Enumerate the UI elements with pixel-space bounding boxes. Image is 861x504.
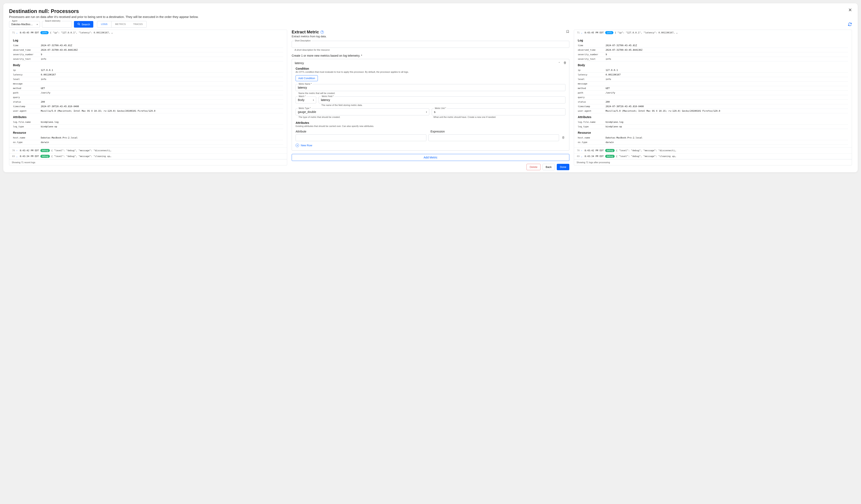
svg-line-1 bbox=[79, 25, 80, 25]
chevron-down-icon[interactable]: ⌄ bbox=[16, 31, 18, 34]
short-description-field[interactable]: Short Description bbox=[292, 41, 569, 48]
kv-row: query bbox=[13, 95, 283, 100]
plus-icon: + bbox=[296, 144, 299, 147]
kv-list-attr: log.file.namebindplane.loglog_typebindpl… bbox=[578, 120, 848, 129]
metric-field-input[interactable]: Metric Field * bbox=[319, 96, 565, 104]
modal-frame: ✕ Destination null: Processors Processor… bbox=[3, 3, 858, 172]
tab-metrics[interactable]: METRICS bbox=[111, 21, 129, 27]
page-title: Destination null: Processors bbox=[9, 8, 852, 14]
chevron-icon[interactable]: › bbox=[16, 149, 18, 152]
kv-row: status200 bbox=[13, 100, 283, 104]
kv-row: log_typebindplane-op bbox=[578, 124, 848, 129]
tab-logs[interactable]: LOGS bbox=[97, 21, 111, 27]
kv-row: time2024-07-31T00:43:45.81Z bbox=[13, 43, 283, 48]
search-button[interactable]: Search bbox=[74, 21, 93, 28]
help-icon[interactable]: ? bbox=[320, 30, 324, 34]
kv-row: log.file.namebindplane.log bbox=[13, 120, 283, 124]
chevron-icon[interactable]: ⌄ bbox=[16, 155, 18, 158]
close-icon[interactable]: ✕ bbox=[848, 8, 852, 12]
log-row-expanded[interactable]: 71 ⌄ 8:43:45 PM EDT info { "ip": "127.0.… bbox=[9, 30, 287, 36]
kv-row: log.file.namebindplane.log bbox=[578, 120, 848, 124]
agent-value: Dakotas-MacBook-Pro-2.... bbox=[11, 23, 33, 26]
chevron-icon[interactable]: › bbox=[581, 149, 583, 152]
expression-input[interactable] bbox=[428, 134, 559, 141]
search-label: Search telemetry bbox=[44, 20, 62, 22]
done-button[interactable]: Done bbox=[557, 164, 569, 170]
processor-form: Extract Metric ? Extract metrics from lo… bbox=[292, 30, 569, 170]
metric-unit-input[interactable]: Metric Unit * bbox=[432, 108, 565, 115]
agent-select[interactable]: Agent Dakotas-MacBook-Pro-2.... ▾ bbox=[9, 21, 40, 28]
kv-row: user-agentMozilla/5.0 (Macintosh; Intel … bbox=[13, 109, 283, 113]
kv-list-res: host.nameDakotas-MacBook-Pro-2.localos.t… bbox=[13, 136, 283, 145]
left-footer: Showing 71 recent logs bbox=[9, 159, 287, 165]
svg-point-0 bbox=[78, 23, 80, 25]
processor-sub: Extract metrics from log data. bbox=[292, 35, 569, 38]
kv-row: os.typedarwin bbox=[578, 140, 848, 145]
trash-icon[interactable] bbox=[561, 136, 565, 140]
log-details: Log time2024-07-31T00:43:45.81Zobserved_… bbox=[9, 36, 287, 148]
kv-row: log_typebindplane-op bbox=[13, 124, 283, 129]
tab-traces[interactable]: TRACES bbox=[129, 21, 147, 27]
add-condition-button[interactable]: Add Condition bbox=[296, 75, 318, 81]
trash-icon[interactable] bbox=[563, 61, 566, 65]
add-metric-button[interactable]: Add Metric bbox=[292, 154, 569, 161]
kv-list-body: ip127.0.0.1latency0.001196167levelinfome… bbox=[578, 68, 848, 113]
attribute-row bbox=[296, 134, 565, 141]
match-select[interactable]: Match * Body▾ bbox=[296, 96, 316, 104]
kv-row: methodGET bbox=[13, 86, 283, 91]
kv-row: observed_time2024-07-31T00:43:45.844136Z bbox=[13, 48, 283, 52]
kv-row: message bbox=[13, 82, 283, 86]
kv-row: levelinfo bbox=[13, 77, 283, 82]
kv-row: severity_textinfo bbox=[578, 57, 848, 62]
chevron-icon[interactable]: ⌄ bbox=[581, 155, 583, 158]
severity-badge: debug bbox=[40, 149, 50, 152]
logs-after-panel: 71 ⌄ 8:43:45 PM EDT info { "ip": "127.0.… bbox=[574, 30, 852, 165]
kv-row: ip127.0.0.1 bbox=[578, 68, 848, 72]
chevron-up-icon[interactable]: ⌃ bbox=[558, 62, 560, 65]
kv-row: path/verify bbox=[13, 91, 283, 95]
kv-row: methodGET bbox=[578, 86, 848, 91]
bookmark-icon[interactable] bbox=[566, 30, 569, 35]
kv-row: timestamp2024-07-30T20:43:45.810-0400 bbox=[578, 104, 848, 109]
metric-name-field[interactable]: Metric Name * bbox=[296, 84, 565, 91]
kv-row: status200 bbox=[578, 100, 848, 104]
log-details: Log time2024-07-31T00:43:45.81Zobserved_… bbox=[574, 36, 852, 148]
log-row[interactable]: 69⌄8:43:34 PM EDTdebug{ "level": "debug"… bbox=[574, 153, 852, 159]
create-metrics-label: Create 1 or more new metrics based on lo… bbox=[292, 54, 569, 57]
kv-list-attr: log.file.namebindplane.loglog_typebindpl… bbox=[13, 120, 283, 129]
logs-before-panel: 71 ⌄ 8:43:45 PM EDT info { "ip": "127.0.… bbox=[9, 30, 287, 165]
kv-list-res: host.nameDakotas-MacBook-Pro-2.localos.t… bbox=[578, 136, 848, 145]
back-button[interactable]: Back bbox=[543, 164, 555, 170]
new-row-button[interactable]: + New Row bbox=[296, 144, 565, 147]
log-row[interactable]: 69⌄8:43:34 PM EDTdebug{ "level": "debug"… bbox=[9, 153, 287, 159]
kv-list-body: ip127.0.0.1latency0.001196167levelinfome… bbox=[13, 68, 283, 113]
kv-row: time2024-07-31T00:43:45.81Z bbox=[578, 43, 848, 48]
kv-row: host.nameDakotas-MacBook-Pro-2.local bbox=[578, 136, 848, 140]
metric-type-select[interactable]: Metric Type * gauge_double▾ bbox=[296, 108, 429, 115]
kv-row: message bbox=[578, 82, 848, 86]
log-row-list: 70›8:43:42 PM EDTdebug{ "level": "debug"… bbox=[9, 148, 287, 159]
kv-row: severity_textinfo bbox=[13, 57, 283, 62]
log-row-expanded[interactable]: 71 ⌄ 8:43:45 PM EDT info { "ip": "127.0.… bbox=[574, 30, 852, 36]
log-row[interactable]: 70›8:43:42 PM EDTdebug{ "level": "debug"… bbox=[574, 148, 852, 153]
kv-row: latency0.001196167 bbox=[578, 72, 848, 77]
kv-row: os.typedarwin bbox=[13, 140, 283, 145]
refresh-icon[interactable] bbox=[848, 21, 852, 28]
severity-badge: debug bbox=[605, 155, 615, 158]
attribute-input[interactable] bbox=[296, 134, 426, 141]
kv-row: latency0.001196167 bbox=[13, 72, 283, 77]
chevron-down-icon[interactable]: ⌄ bbox=[581, 31, 583, 34]
agent-label: Agent bbox=[11, 20, 18, 22]
kv-row: query bbox=[578, 95, 848, 100]
search-input[interactable]: Search telemetry bbox=[42, 21, 72, 28]
page-description: Processors are run on data after it's re… bbox=[9, 15, 852, 18]
delete-button[interactable]: Delete bbox=[527, 164, 541, 170]
severity-badge: info bbox=[605, 31, 613, 34]
kv-list-log: time2024-07-31T00:43:45.81Zobserved_time… bbox=[578, 43, 848, 62]
severity-badge: debug bbox=[40, 155, 50, 158]
kv-row: severity_number9 bbox=[578, 52, 848, 57]
toolbar: Agent Dakotas-MacBook-Pro-2.... ▾ Search… bbox=[9, 21, 852, 28]
telemetry-tabs: LOGS METRICS TRACES bbox=[97, 21, 147, 28]
right-footer: Showing 71 logs after processing bbox=[574, 159, 852, 165]
log-row[interactable]: 70›8:43:42 PM EDTdebug{ "level": "debug"… bbox=[9, 148, 287, 153]
